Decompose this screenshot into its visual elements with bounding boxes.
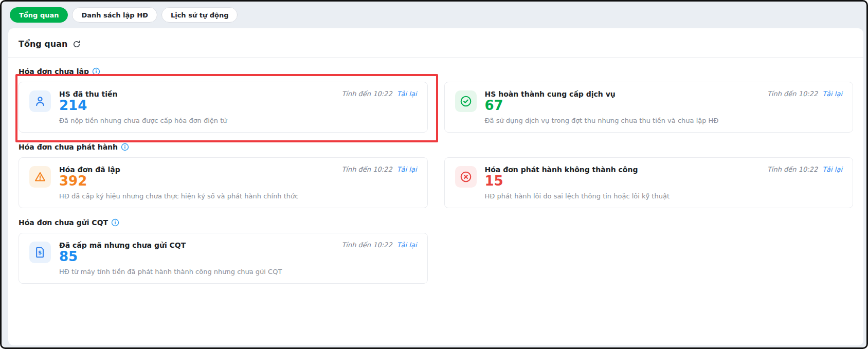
as-of-text: Tính đến 10:22 (341, 90, 392, 98)
card-top: Hóa đơn phát hành không thành công Tính … (485, 164, 843, 174)
panel-header: Tổng quan (8, 28, 863, 58)
card-title: Đã cấp mã nhưng chưa gửi CQT (59, 240, 186, 249)
reload-link[interactable]: Tải lại (822, 166, 842, 173)
info-icon[interactable] (111, 218, 119, 227)
as-of-text: Tính đến 10:22 (341, 241, 392, 249)
panel-body: Hóa đơn chưa lập (8, 58, 863, 294)
card-value: 15 (485, 174, 843, 189)
card-timestamp: Tính đến 10:22Tải lại (341, 164, 417, 173)
page-title: Tổng quan (19, 39, 67, 49)
top-tab-bar: Tổng quan Danh sách lập HĐ Lịch sử tự độ… (2, 2, 866, 28)
card-description: HĐ phát hành lỗi do sai lệch thông tin h… (485, 192, 843, 200)
card-top: HS hoàn thành cung cấp dịch vụ Tính đến … (485, 89, 843, 98)
card-top: HS đã thu tiền Tính đến 10:22Tải lại (59, 89, 417, 98)
cards-row-3: $ Đã cấp mã nhưng chưa gửi CQT Tính đến … (19, 233, 853, 284)
info-icon[interactable] (92, 67, 100, 76)
check-circle-icon (455, 90, 477, 112)
as-of-text: Tính đến 10:22 (341, 166, 392, 173)
card-main: HS đã thu tiền Tính đến 10:22Tải lại 214… (59, 89, 417, 124)
card-title: Hóa đơn phát hành không thành công (485, 164, 638, 174)
as-of-text: Tính đến 10:22 (767, 90, 818, 98)
info-icon[interactable] (121, 143, 129, 151)
app-window: Tổng quan Danh sách lập HĐ Lịch sử tự độ… (0, 0, 868, 349)
section-label-hoa-don-chua-phat-hanh: Hóa đơn chưa phát hành (19, 143, 853, 151)
card-main: HS hoàn thành cung cấp dịch vụ Tính đến … (485, 89, 843, 124)
card-title: HS đã thu tiền (59, 89, 117, 98)
x-circle-icon (455, 166, 477, 188)
card-value: 214 (59, 98, 417, 113)
card-main: Đã cấp mã nhưng chưa gửi CQT Tính đến 10… (59, 240, 417, 275)
card-phat-hanh-khong-thanh-cong[interactable]: Hóa đơn phát hành không thành công Tính … (444, 157, 854, 208)
card-value: 67 (485, 98, 843, 113)
section-label-text: Hóa đơn chưa gửi CQT (19, 218, 108, 227)
section-label-text: Hóa đơn chưa lập (19, 67, 89, 76)
reload-link[interactable]: Tải lại (397, 90, 417, 98)
card-hoa-don-da-lap[interactable]: Hóa đơn đã lập Tính đến 10:22Tải lại 392… (19, 157, 428, 208)
card-top: Đã cấp mã nhưng chưa gửi CQT Tính đến 10… (59, 240, 417, 249)
user-icon (29, 90, 51, 112)
tab-lich-su-tu-dong[interactable]: Lịch sử tự động (161, 7, 238, 23)
card-description: HĐ từ máy tính tiền đã phát hành thành c… (59, 268, 417, 275)
card-description: HĐ đã cấp ký hiệu nhưng chưa thực hiện k… (59, 192, 417, 200)
card-title: Hóa đơn đã lập (59, 164, 120, 174)
card-description: Đã nộp tiền nhưng chưa được cấp hóa đơn … (59, 117, 417, 124)
reload-link[interactable]: Tải lại (397, 241, 417, 249)
section-label-hoa-don-chua-lap: Hóa đơn chưa lập (19, 67, 853, 76)
card-title: HS hoàn thành cung cấp dịch vụ (485, 89, 616, 98)
tab-tong-quan[interactable]: Tổng quan (10, 7, 68, 23)
card-main: Hóa đơn phát hành không thành công Tính … (485, 164, 843, 200)
card-main: Hóa đơn đã lập Tính đến 10:22Tải lại 392… (59, 164, 417, 200)
tab-danh-sach-lap-hd[interactable]: Danh sách lập HĐ (72, 7, 157, 23)
card-timestamp: Tính đến 10:22Tải lại (341, 89, 417, 98)
card-timestamp: Tính đến 10:22Tải lại (341, 240, 417, 249)
overview-panel: Tổng quan Hóa đơn chưa lập (8, 28, 863, 345)
cards-row-2: Hóa đơn đã lập Tính đến 10:22Tải lại 392… (19, 157, 853, 208)
card-timestamp: Tính đến 10:22Tải lại (767, 89, 842, 98)
reload-link[interactable]: Tải lại (397, 166, 417, 173)
card-top: Hóa đơn đã lập Tính đến 10:22Tải lại (59, 164, 417, 174)
card-timestamp: Tính đến 10:22Tải lại (767, 164, 842, 173)
section-label-text: Hóa đơn chưa phát hành (19, 143, 118, 151)
reload-link[interactable]: Tải lại (822, 90, 842, 98)
refresh-icon[interactable] (73, 40, 81, 48)
as-of-text: Tính đến 10:22 (767, 166, 818, 173)
card-value: 85 (59, 249, 417, 264)
section-label-hoa-don-chua-gui-cqt: Hóa đơn chưa gửi CQT (19, 218, 853, 227)
warning-triangle-icon (29, 166, 51, 188)
svg-text:$: $ (38, 249, 42, 255)
card-da-cap-ma-chua-gui-cqt[interactable]: $ Đã cấp mã nhưng chưa gửi CQT Tính đến … (19, 233, 428, 284)
invoice-dollar-icon: $ (29, 242, 51, 263)
card-description: Đã sử dụng dịch vụ trong đợt thu nhưng c… (485, 117, 843, 124)
card-value: 392 (59, 174, 417, 189)
card-hs-da-thu-tien[interactable]: HS đã thu tiền Tính đến 10:22Tải lại 214… (19, 82, 428, 133)
card-hs-hoan-thanh-dich-vu[interactable]: HS hoàn thành cung cấp dịch vụ Tính đến … (444, 82, 854, 133)
cards-row-1: HS đã thu tiền Tính đến 10:22Tải lại 214… (19, 82, 853, 133)
